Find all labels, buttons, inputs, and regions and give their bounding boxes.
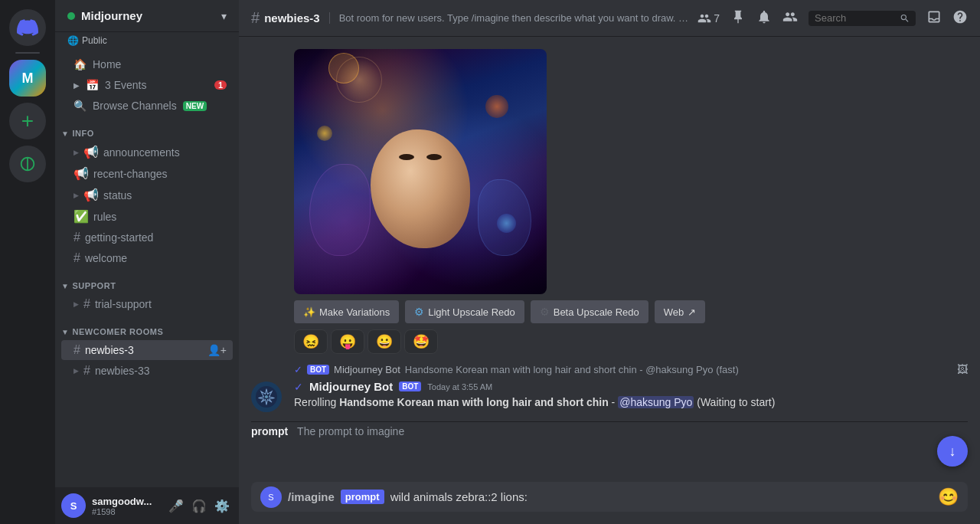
server-icon-midjourney[interactable]: M <box>9 60 46 97</box>
help-icon <box>952 9 968 25</box>
inbox-button[interactable] <box>926 9 942 28</box>
notification-button[interactable] <box>756 9 772 28</box>
members-count-btn[interactable]: 7 <box>697 11 720 25</box>
settings-button[interactable]: ⚙️ <box>211 495 233 516</box>
sidebar-item-home[interactable]: 🏠 Home <box>61 54 233 74</box>
channel-name-header: newbies-3 <box>264 11 320 25</box>
channel-list: 🏠 Home ▶ 📅 3 Events 1 🔍 Browse Channels … <box>55 51 239 487</box>
image-preview-icon: 🖼 <box>957 363 968 375</box>
web-button[interactable]: Web ↗ <box>655 300 706 323</box>
channel-item-getting-started[interactable]: # getting-started <box>61 228 233 247</box>
pin-button[interactable] <box>730 9 746 28</box>
channel-hash-icon: ✅ <box>74 209 89 224</box>
members-panel-button[interactable] <box>782 9 798 28</box>
channel-item-trial-support[interactable]: ▶ # trial-support <box>61 294 233 314</box>
server-icon-add[interactable]: + <box>9 103 46 139</box>
external-link-icon: ↗ <box>688 306 696 318</box>
category-newcomer-rooms[interactable]: ▼ NEWCOMER ROOMS <box>55 315 239 339</box>
server-public-label: 🌐 Public <box>55 32 239 51</box>
channel-hash-icon: # <box>83 297 90 311</box>
category-info[interactable]: ▼ INFO <box>55 116 239 141</box>
avatar: S <box>61 493 86 518</box>
action-buttons-row: ✨ Make Variations ⚙ Light Upscale Redo ⚙… <box>294 300 968 323</box>
channel-name: rules <box>93 211 116 223</box>
channel-name: recent-changes <box>93 168 168 180</box>
channel-item-rules[interactable]: ✅ rules <box>61 206 233 227</box>
user-discriminator: #1598 <box>92 507 159 516</box>
server-sidebar: M + <box>0 0 55 524</box>
verified-check: ✓ <box>294 381 303 393</box>
channel-name: announcements <box>103 146 180 159</box>
channel-item-welcome[interactable]: # welcome <box>61 248 233 268</box>
svg-point-1 <box>265 395 268 398</box>
chevron-down-icon: ▼ <box>61 282 69 290</box>
reaction-3[interactable]: 🤩 <box>404 329 438 354</box>
people-icon <box>782 9 798 25</box>
channel-name: welcome <box>85 252 127 264</box>
server-icon-discord[interactable] <box>9 9 46 46</box>
channel-item-recent-changes[interactable]: 📢 recent-changes <box>61 163 233 184</box>
ref-text: Handsome Korean man with long hair and s… <box>405 364 952 375</box>
message-avatar <box>251 382 282 412</box>
header-search-box[interactable] <box>808 11 916 26</box>
prompt-label: prompt <box>251 425 288 437</box>
sidebar-item-events[interactable]: ▶ 📅 3 Events 1 <box>61 75 233 95</box>
make-variations-button[interactable]: ✨ Make Variations <box>294 300 399 323</box>
channel-name: newbies-3 <box>85 344 134 356</box>
beta-upscale-icon: ⚙ <box>540 306 550 318</box>
chevron-right-icon: ▶ <box>74 300 79 308</box>
channel-name: getting-started <box>85 231 154 244</box>
server-online-dot <box>67 12 75 20</box>
channel-item-status[interactable]: ▶ 📢 status <box>61 185 233 205</box>
scroll-to-bottom-button[interactable]: ↓ <box>937 436 968 467</box>
sidebar-item-browse[interactable]: 🔍 Browse Channels NEW <box>61 96 233 116</box>
message-input-box[interactable]: S /imagine prompt 😊 <box>251 482 968 512</box>
username: samgoodw... <box>92 496 159 507</box>
category-support[interactable]: ▼ SUPPORT <box>55 269 239 293</box>
beta-upscale-redo-button[interactable]: ⚙ Beta Upscale Redo <box>531 300 648 323</box>
emoji-picker-button[interactable]: 😊 <box>938 487 959 507</box>
channel-hash-icon: # <box>74 343 80 357</box>
server-header[interactable]: Midjourney ▾ <box>55 0 239 32</box>
reaction-2[interactable]: 😀 <box>368 329 401 354</box>
channel-header-name: # newbies-3 <box>251 9 320 27</box>
message-header: ✓ Midjourney Bot BOT Today at 3:55 AM <box>294 380 968 393</box>
chevron-down-icon: ▾ <box>221 10 227 22</box>
message-input[interactable] <box>390 482 932 512</box>
channel-item-newbies-33[interactable]: ▶ # newbies-33 <box>61 361 233 381</box>
search-input[interactable] <box>815 12 895 24</box>
headphones-button[interactable]: 🎧 <box>188 495 210 516</box>
members-icon <box>697 11 711 25</box>
make-variations-label: Make Variations <box>319 306 390 318</box>
light-upscale-icon: ⚙ <box>414 306 424 318</box>
channel-name: status <box>103 189 132 201</box>
header-actions: 7 <box>697 9 968 28</box>
image-message: ✨ Make Variations ⚙ Light Upscale Redo ⚙… <box>251 49 968 354</box>
message-time: Today at 3:55 AM <box>427 382 492 391</box>
reaction-0[interactable]: 😖 <box>294 329 328 354</box>
sparkles-icon: ✨ <box>303 306 315 318</box>
bell-icon <box>756 9 772 25</box>
reaction-1[interactable]: 😛 <box>331 329 364 354</box>
new-badge: NEW <box>183 101 207 111</box>
calendar-icon: 📅 <box>86 79 99 91</box>
messages-area: ✨ Make Variations ⚙ Light Upscale Redo ⚙… <box>239 37 980 482</box>
pin-icon <box>730 9 746 25</box>
server-divider <box>15 52 40 54</box>
channel-item-announcements[interactable]: ▶ 📢 announcements <box>61 142 233 162</box>
help-button[interactable] <box>952 9 968 28</box>
beta-upscale-redo-label: Beta Upscale Redo <box>554 306 639 318</box>
channel-header: # newbies-3 Bot room for new users. Type… <box>239 0 980 37</box>
channel-item-newbies-3[interactable]: # newbies-3 👤+ <box>61 340 233 360</box>
chevron-down-icon: ▼ <box>61 328 69 336</box>
search-icon <box>900 12 910 25</box>
light-upscale-redo-button[interactable]: ⚙ Light Upscale Redo <box>405 300 524 323</box>
microphone-button[interactable]: 🎤 <box>165 495 187 516</box>
category-support-label: SUPPORT <box>72 281 116 290</box>
channel-hash-icon: # <box>83 364 90 378</box>
slash-command-label: /imagine <box>288 490 335 503</box>
chevron-right-icon: ▶ <box>74 149 79 156</box>
bot-badge-ref: BOT <box>307 365 329 375</box>
inbox-icon <box>926 9 942 25</box>
server-icon-explore[interactable] <box>9 146 46 182</box>
